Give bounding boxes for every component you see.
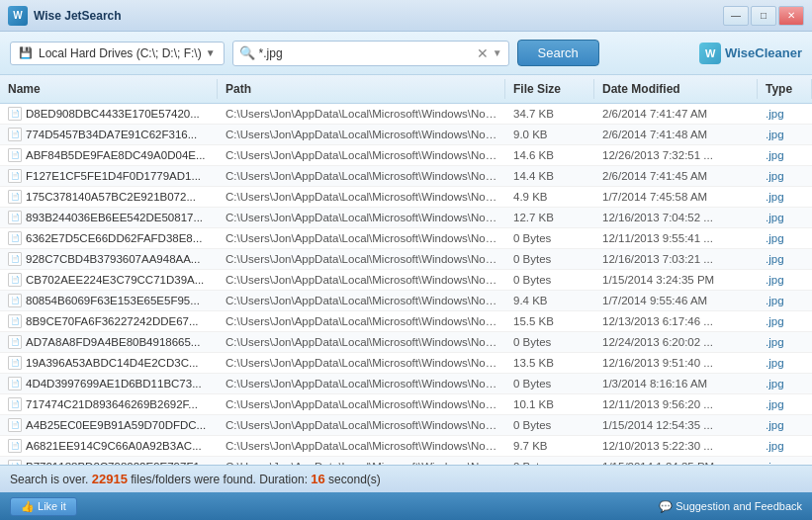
close-button[interactable]: ✕	[778, 6, 804, 26]
file-size: 15.5 KB	[505, 312, 594, 330]
file-path: C:\Users\Jon\AppData\Local\Microsoft\Win…	[218, 105, 505, 123]
drive-arrow-icon: ▼	[206, 47, 216, 58]
maximize-button[interactable]: □	[751, 6, 776, 26]
col-header-type[interactable]: Type	[758, 79, 812, 99]
col-header-path[interactable]: Path	[218, 79, 505, 99]
file-size: 0 Bytes	[505, 250, 594, 268]
file-icon: 📄	[8, 377, 22, 390]
file-size: 12.7 KB	[505, 209, 594, 226]
file-path: C:\Users\Jon\AppData\Local\Microsoft\Win…	[218, 437, 505, 455]
file-date: 12/24/2013 6:20:02 ...	[594, 333, 758, 351]
file-icon: 📄	[8, 460, 22, 465]
table-row[interactable]: 📄 F127E1CF5FE1D4F0D1779AD1... C:\Users\J…	[0, 166, 812, 187]
table-row[interactable]: 📄 D8ED908DBC4433E170E57420... C:\Users\J…	[0, 104, 812, 125]
file-icon: 📄	[8, 418, 22, 432]
file-path: C:\Users\Jon\AppData\Local\Microsoft\Win…	[218, 229, 505, 247]
file-date: 1/3/2014 8:16:16 AM	[594, 375, 758, 392]
file-icon: 📄	[8, 397, 22, 411]
file-name: 📄 D8ED908DBC4433E170E57420...	[0, 104, 218, 124]
file-type: .jpg	[758, 167, 812, 185]
file-type: .jpg	[758, 437, 812, 455]
toolbar: 💾 Local Hard Drives (C:\; D:\; F:\) ▼ 🔍 …	[0, 32, 812, 75]
table-row[interactable]: 📄 B7701188BD2C798022E9E797F1... C:\Users…	[0, 457, 812, 465]
search-clear-icon[interactable]: ✕	[477, 45, 489, 61]
file-type: .jpg	[758, 416, 812, 434]
file-size: 10.1 KB	[505, 395, 594, 413]
table-row[interactable]: 📄 6362E7D5CE66DD62FAFD38E8... C:\Users\J…	[0, 228, 812, 249]
file-name: 📄 717474C21D893646269B2692F...	[0, 394, 218, 414]
status-text: Search is over. 22915 files/folders were…	[10, 472, 802, 486]
file-date: 12/11/2013 9:56:20 ...	[594, 395, 758, 413]
file-size: 0 Bytes	[505, 271, 594, 289]
file-icon: 📄	[8, 148, 22, 162]
search-input[interactable]	[259, 46, 475, 60]
file-icon: 📄	[8, 128, 22, 141]
table-row[interactable]: 📄 4D4D3997699AE1D6BD11BC73... C:\Users\J…	[0, 374, 812, 394]
file-name: 📄 928C7CBD4B3793607AA948AA...	[0, 249, 218, 269]
file-type: .jpg	[758, 395, 812, 413]
file-path: C:\Users\Jon\AppData\Local\Microsoft\Win…	[218, 354, 505, 372]
table-row[interactable]: 📄 928C7CBD4B3793607AA948AA... C:\Users\J…	[0, 249, 812, 270]
status-middle: files/folders were found. Duration:	[128, 473, 311, 486]
search-dropdown-icon[interactable]: ▼	[493, 47, 502, 58]
file-date: 12/11/2013 9:55:41 ...	[594, 229, 758, 247]
status-suffix: second(s)	[325, 473, 381, 486]
file-date: 1/15/2014 1:24:35 PM	[594, 458, 758, 465]
table-row[interactable]: 📄 19A396A53ABDC14D4E2CD3C... C:\Users\Jo…	[0, 353, 812, 374]
file-name: 📄 8B9CE70FA6F36227242DDE67...	[0, 311, 218, 331]
table-row[interactable]: 📄 A4B25EC0EE9B91A59D70DFDC... C:\Users\J…	[0, 415, 812, 436]
file-path: C:\Users\Jon\AppData\Local\Microsoft\Win…	[218, 146, 505, 164]
table-row[interactable]: 📄 AD7A8A8FD9A4BE80B4918665... C:\Users\J…	[0, 332, 812, 353]
feedback-link[interactable]: 💬 Suggestion and Feedback	[659, 500, 802, 513]
table-row[interactable]: 📄 A6821EE914C9C66A0A92B3AC... C:\Users\J…	[0, 436, 812, 457]
col-header-size[interactable]: File Size	[505, 79, 594, 99]
file-name: 📄 893B244036EB6EE542DE50817...	[0, 208, 218, 227]
like-button[interactable]: 👍 Like it	[10, 497, 77, 516]
file-path: C:\Users\Jon\AppData\Local\Microsoft\Win…	[218, 209, 505, 226]
file-type: .jpg	[758, 292, 812, 309]
table-row[interactable]: 📄 717474C21D893646269B2692F... C:\Users\…	[0, 394, 812, 415]
file-list-container[interactable]: 📄 D8ED908DBC4433E170E57420... C:\Users\J…	[0, 104, 812, 465]
file-name: 📄 A6821EE914C9C66A0A92B3AC...	[0, 436, 218, 456]
file-name: 📄 ABF84B5DE9FAE8DC49A0D04E...	[0, 145, 218, 165]
search-button[interactable]: Search	[517, 40, 599, 66]
search-box: 🔍 ✕ ▼	[232, 41, 509, 66]
status-count: 22915	[92, 472, 128, 486]
file-size: 0 Bytes	[505, 229, 594, 247]
drive-selector[interactable]: 💾 Local Hard Drives (C:\; D:\; F:\) ▼	[10, 42, 225, 65]
file-size: 14.6 KB	[505, 146, 594, 164]
file-path: C:\Users\Jon\AppData\Local\Microsoft\Win…	[218, 250, 505, 268]
col-header-date[interactable]: Date Modified	[594, 79, 758, 99]
file-size: 9.4 KB	[505, 292, 594, 309]
file-path: C:\Users\Jon\AppData\Local\Microsoft\Win…	[218, 292, 505, 309]
column-headers: Name Path File Size Date Modified Type	[0, 75, 812, 104]
file-size: 4.9 KB	[505, 188, 594, 206]
table-row[interactable]: 📄 893B244036EB6EE542DE50817... C:\Users\…	[0, 208, 812, 228]
title-bar: W Wise JetSearch — □ ✕	[0, 0, 812, 32]
file-date: 12/26/2013 7:32:51 ...	[594, 146, 758, 164]
file-name: 📄 CB702AEE224E3C79CC71D39A...	[0, 270, 218, 290]
file-type: .jpg	[758, 146, 812, 164]
table-row[interactable]: 📄 175C378140A57BC2E921B072... C:\Users\J…	[0, 187, 812, 208]
file-size: 13.5 KB	[505, 354, 594, 372]
table-row[interactable]: 📄 80854B6069F63E153E65E5F95... C:\Users\…	[0, 291, 812, 311]
minimize-button[interactable]: —	[723, 6, 749, 26]
drive-label: Local Hard Drives (C:\; D:\; F:\)	[39, 46, 202, 60]
status-duration: 16	[311, 472, 324, 486]
file-type: .jpg	[758, 250, 812, 268]
file-path: C:\Users\Jon\AppData\Local\Microsoft\Win…	[218, 395, 505, 413]
file-type: .jpg	[758, 333, 812, 351]
col-header-name[interactable]: Name	[0, 79, 218, 99]
file-date: 12/13/2013 6:17:46 ...	[594, 312, 758, 330]
file-icon: 📄	[8, 169, 22, 183]
file-type: .jpg	[758, 126, 812, 143]
file-name: 📄 F127E1CF5FE1D4F0D1779AD1...	[0, 166, 218, 186]
table-row[interactable]: 📄 774D5457B34DA7E91C62F316... C:\Users\J…	[0, 125, 812, 145]
file-date: 1/7/2014 9:55:46 AM	[594, 292, 758, 309]
table-row[interactable]: 📄 ABF84B5DE9FAE8DC49A0D04E... C:\Users\J…	[0, 145, 812, 166]
file-date: 1/7/2014 7:45:58 AM	[594, 188, 758, 206]
app-title: Wise JetSearch	[34, 9, 723, 23]
file-size: 9.7 KB	[505, 437, 594, 455]
table-row[interactable]: 📄 8B9CE70FA6F36227242DDE67... C:\Users\J…	[0, 311, 812, 332]
table-row[interactable]: 📄 CB702AEE224E3C79CC71D39A... C:\Users\J…	[0, 270, 812, 291]
